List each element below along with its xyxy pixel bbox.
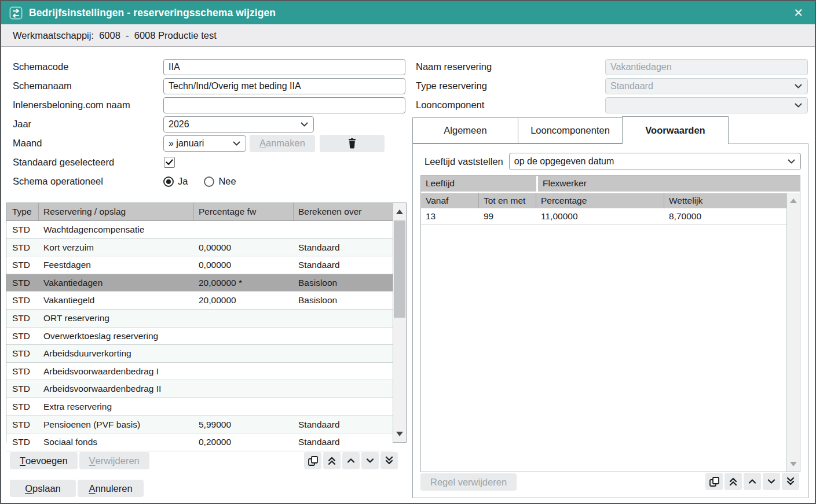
delete-month-button[interactable] bbox=[320, 135, 385, 152]
cell-reservering: Wachtdagencompensatie bbox=[39, 221, 194, 238]
jaar-selected-value: 2026 bbox=[169, 119, 189, 130]
move-bottom-button[interactable] bbox=[782, 473, 799, 490]
leeftijd-vaststellen-select[interactable]: op de opgegeven datum bbox=[509, 153, 801, 170]
table-row[interactable]: STD Arbeidsvoorwaardenbedrag II bbox=[6, 380, 393, 398]
looncomponent-select[interactable] bbox=[605, 97, 808, 113]
chevron-down-icon bbox=[788, 159, 795, 164]
swap-arrows-icon bbox=[9, 6, 23, 20]
cell-type: STD bbox=[6, 433, 39, 451]
cell-wettelijk: 8,70000 bbox=[664, 208, 786, 225]
column-header-reservering[interactable]: Reservering / opslag bbox=[39, 203, 194, 220]
chevron-down-icon bbox=[795, 103, 802, 108]
leeftijd-scrollbar[interactable] bbox=[786, 193, 800, 472]
reservations-scrollbar[interactable] bbox=[393, 203, 406, 442]
scroll-up-icon[interactable] bbox=[787, 193, 800, 208]
aanmaken-button[interactable]: Aanmaken bbox=[250, 135, 315, 152]
column-header-percentage[interactable]: Percentage fw bbox=[194, 203, 294, 220]
column-header-vanaf[interactable]: Vanaf bbox=[421, 193, 479, 208]
reservations-table-header: Type Reservering / opslag Percentage fw … bbox=[6, 203, 393, 221]
table-row[interactable]: STD Extra reservering bbox=[6, 398, 393, 416]
column-header-berekenen[interactable]: Berekenen over bbox=[294, 203, 393, 220]
scroll-up-icon[interactable] bbox=[393, 203, 406, 220]
cell-berekenen: Standaard bbox=[294, 416, 393, 433]
column-header-type[interactable]: Type bbox=[6, 203, 39, 220]
cell-percentage bbox=[194, 398, 294, 415]
table-row[interactable]: STD Vakantiegeld 20,00000 Basisloon bbox=[6, 292, 393, 310]
jaar-select[interactable]: 2026 bbox=[163, 116, 314, 133]
cell-percentage bbox=[194, 345, 294, 362]
standaard-geselecteerd-checkbox[interactable] bbox=[164, 157, 175, 168]
leeftijd-table-row[interactable]: 13 99 11,00000 8,70000 bbox=[421, 208, 786, 225]
scrollbar-thumb[interactable] bbox=[394, 220, 405, 318]
scroll-down-icon[interactable] bbox=[393, 425, 406, 442]
regel-verwijderen-button[interactable]: Regel verwijderen bbox=[420, 473, 517, 491]
table-row[interactable]: STD Feestdagen 0,00000 Standaard bbox=[6, 256, 393, 274]
cell-reservering: Arbeidsvoorwaardenbedrag I bbox=[39, 363, 194, 380]
cell-berekenen bbox=[294, 398, 393, 415]
move-up-button[interactable] bbox=[342, 452, 360, 469]
move-top-button[interactable] bbox=[323, 452, 341, 469]
type-reservering-select: Standaard bbox=[605, 78, 808, 94]
group-header-leeftijd: Leeftijd bbox=[421, 176, 536, 192]
cell-reservering: Sociaal fonds bbox=[39, 433, 194, 451]
copy-icon bbox=[709, 476, 720, 487]
opslaan-button[interactable]: Opslaan bbox=[10, 480, 76, 497]
app-window: Bedrijfsinstellingen - reserveringsschem… bbox=[0, 0, 816, 504]
tab-looncomponenten[interactable]: Looncomponenten bbox=[518, 117, 623, 144]
schemacode-input[interactable] bbox=[163, 59, 405, 75]
table-row[interactable]: STD Sociaal fonds 0,20000 Standaard bbox=[6, 433, 393, 451]
operationeel-nee-radio[interactable] bbox=[204, 176, 214, 187]
title-bar: Bedrijfsinstellingen - reserveringsschem… bbox=[1, 1, 815, 24]
cell-reservering: Extra reservering bbox=[39, 398, 194, 415]
move-down-button[interactable] bbox=[763, 473, 780, 490]
column-header-percentage[interactable]: Percentage bbox=[536, 193, 664, 208]
cell-type: STD bbox=[6, 274, 39, 292]
column-header-tot-en-met[interactable]: Tot en met bbox=[479, 193, 536, 208]
table-row[interactable]: STD ORT reservering bbox=[6, 310, 393, 328]
column-header-wettelijk[interactable]: Wettelijk bbox=[664, 193, 786, 208]
copy-row-button[interactable] bbox=[705, 473, 723, 490]
move-up-button[interactable] bbox=[744, 473, 761, 490]
table-row[interactable]: STD Kort verzuim 0,00000 Standaard bbox=[6, 239, 393, 257]
inlenersbeloning-input[interactable] bbox=[163, 97, 405, 113]
cell-berekenen bbox=[294, 380, 393, 398]
tab-algemeen[interactable]: Algemeen bbox=[412, 117, 518, 144]
type-reservering-label: Type reservering bbox=[412, 80, 605, 91]
cell-percentage bbox=[194, 221, 294, 238]
cell-reservering: Vakantiegeld bbox=[39, 292, 194, 309]
jaar-label: Jaar bbox=[6, 119, 163, 130]
annuleren-button[interactable]: Annuleren bbox=[78, 480, 144, 497]
copy-row-button[interactable] bbox=[304, 452, 321, 469]
left-pane: Schemacode Schemanaam Inlenersbeloning.c… bbox=[6, 57, 407, 497]
cell-type: STD bbox=[6, 328, 39, 345]
chevron-down-icon bbox=[365, 455, 375, 466]
tab-bar: Algemeen Looncomponenten Voorwaarden bbox=[412, 116, 808, 144]
table-row[interactable]: STD Wachtdagencompensatie bbox=[6, 221, 393, 239]
operationeel-ja-label: Ja bbox=[178, 176, 188, 187]
move-down-button[interactable] bbox=[361, 452, 379, 469]
cell-berekenen: Standaard bbox=[294, 433, 393, 451]
schemacode-label: Schemacode bbox=[6, 61, 163, 72]
table-row[interactable]: STD Arbeidsvoorwaardenbedrag I bbox=[6, 363, 393, 381]
table-row[interactable]: STD Overwerktoeslag reservering bbox=[6, 328, 393, 345]
cell-percentage: 0,00000 bbox=[194, 256, 294, 274]
table-row[interactable]: STD Vakantiedagen 20,00000 * Basisloon bbox=[6, 274, 393, 292]
table-row[interactable]: STD Pensioenen (PVF basis) 5,99000 Stand… bbox=[6, 416, 393, 434]
table-row[interactable]: STD Arbeidsduurverkorting bbox=[6, 345, 393, 363]
move-top-button[interactable] bbox=[724, 473, 742, 490]
maand-select[interactable]: » januari bbox=[163, 135, 246, 152]
verwijderen-button[interactable]: Verwijderen bbox=[79, 452, 149, 469]
schemanaam-input[interactable] bbox=[163, 78, 405, 94]
toevoegen-button[interactable]: Toevoegen bbox=[10, 452, 78, 469]
leeftijd-table-header: Vanaf Tot en met Percentage Wettelijk bbox=[421, 193, 786, 208]
double-chevron-up-icon bbox=[728, 476, 738, 487]
cell-reservering: Overwerktoeslag reservering bbox=[39, 328, 194, 345]
tab-voorwaarden[interactable]: Voorwaarden bbox=[622, 116, 729, 144]
cell-percentage bbox=[194, 380, 294, 398]
cell-berekenen bbox=[294, 328, 393, 345]
move-bottom-button[interactable] bbox=[380, 452, 398, 469]
reservations-table: Type Reservering / opslag Percentage fw … bbox=[6, 203, 407, 443]
operationeel-ja-radio[interactable] bbox=[163, 176, 174, 187]
close-icon[interactable]: ✕ bbox=[790, 6, 807, 20]
scroll-down-icon[interactable] bbox=[787, 457, 800, 472]
